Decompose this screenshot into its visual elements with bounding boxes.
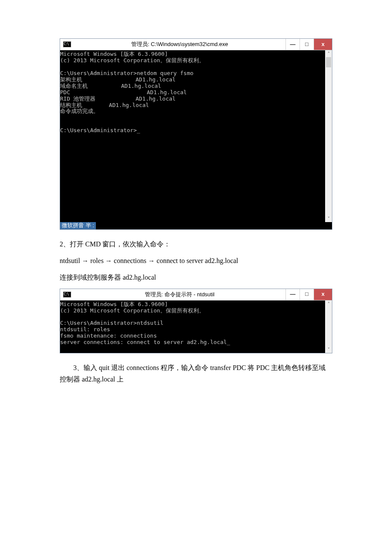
- window-title: 管理员: 命令提示符 - ntdsutil: [74, 289, 285, 300]
- scroll-down-icon[interactable]: ˅: [325, 346, 332, 353]
- scroll-track[interactable]: [325, 57, 332, 215]
- scroll-up-icon[interactable]: ˄: [325, 50, 332, 57]
- console-output[interactable]: Microsoft Windows [版本 6.3.9600] (c) 2013…: [60, 301, 325, 353]
- cmd-icon: C:\: [60, 39, 74, 50]
- close-button[interactable]: x: [314, 39, 332, 50]
- line: C:\Users\Administrator>ntdsutil: [60, 320, 164, 326]
- window-title: 管理员: C:\Windows\system32\cmd.exe: [74, 39, 285, 50]
- titlebar[interactable]: C:\ 管理员: C:\Windows\system32\cmd.exe — □…: [60, 39, 332, 50]
- maximize-button[interactable]: □: [300, 289, 314, 300]
- console-pane: Microsoft Windows [版本 6.3.9600] (c) 2013…: [60, 301, 332, 353]
- line: fsmo maintenance: connections: [60, 332, 157, 339]
- cmd-window-1: C:\ 管理员: C:\Windows\system32\cmd.exe — □…: [60, 38, 332, 230]
- close-button[interactable]: x: [314, 289, 332, 300]
- minimize-button[interactable]: —: [285, 289, 300, 300]
- line: PDC AD1.hg.local: [60, 89, 187, 95]
- line: (c) 2013 Microsoft Corporation。保留所有权利。: [60, 307, 205, 314]
- ime-status: 微软拼音 半 :: [60, 222, 96, 229]
- minimize-button[interactable]: —: [285, 39, 300, 50]
- scrollbar[interactable]: ˄ ˅: [325, 50, 332, 222]
- prompt-line[interactable]: C:\Users\Administrator>: [60, 127, 140, 133]
- scroll-thumb[interactable]: [326, 57, 331, 67]
- scrollbar[interactable]: ˄ ˅: [325, 301, 332, 353]
- line: 命令成功完成。: [60, 108, 99, 114]
- cmd-window-2: C:\ 管理员: 命令提示符 - ntdsutil — □ x Microsof…: [60, 289, 332, 354]
- scroll-track[interactable]: [325, 307, 332, 347]
- scroll-up-icon[interactable]: ˄: [325, 301, 332, 307]
- line: 结构主机 AD1.hg.local: [60, 102, 149, 108]
- instruction-step-2-note: 连接到域控制服务器 ad2.hg.local: [60, 272, 332, 283]
- instruction-step-2-cmd: ntdsutil → roles → connections → connect…: [60, 255, 332, 266]
- line: RID 池管理器 AD1.hg.local: [60, 95, 176, 102]
- line: (c) 2013 Microsoft Corporation。保留所有权利。: [60, 57, 205, 64]
- maximize-button[interactable]: □: [300, 39, 314, 50]
- instruction-step-3: 3、输入 quit 退出 connections 程序，输入命令 transfe…: [60, 362, 332, 385]
- prompt-line[interactable]: server connections: connect to server ad…: [60, 339, 230, 345]
- window-controls: — □ x: [285, 289, 332, 300]
- titlebar[interactable]: C:\ 管理员: 命令提示符 - ntdsutil — □ x: [60, 289, 332, 301]
- line: 架构主机 AD1.hg.local: [60, 76, 176, 83]
- console-pane: Microsoft Windows [版本 6.3.9600] (c) 2013…: [60, 50, 332, 229]
- instruction-step-2: 2、打开 CMD 窗口，依次输入命令：: [60, 238, 332, 250]
- line: Microsoft Windows [版本 6.3.9600]: [60, 301, 168, 307]
- line: C:\Users\Administrator>netdom query fsmo: [60, 70, 193, 76]
- line: Microsoft Windows [版本 6.3.9600]: [60, 51, 168, 57]
- line: ntdsutil: roles: [60, 326, 110, 332]
- window-controls: — □ x: [285, 39, 332, 50]
- scroll-down-icon[interactable]: ˅: [325, 215, 332, 222]
- console-output[interactable]: Microsoft Windows [版本 6.3.9600] (c) 2013…: [60, 50, 325, 222]
- cmd-icon: C:\: [60, 289, 74, 300]
- line: 域命名主机 AD1.hg.local: [60, 83, 161, 89]
